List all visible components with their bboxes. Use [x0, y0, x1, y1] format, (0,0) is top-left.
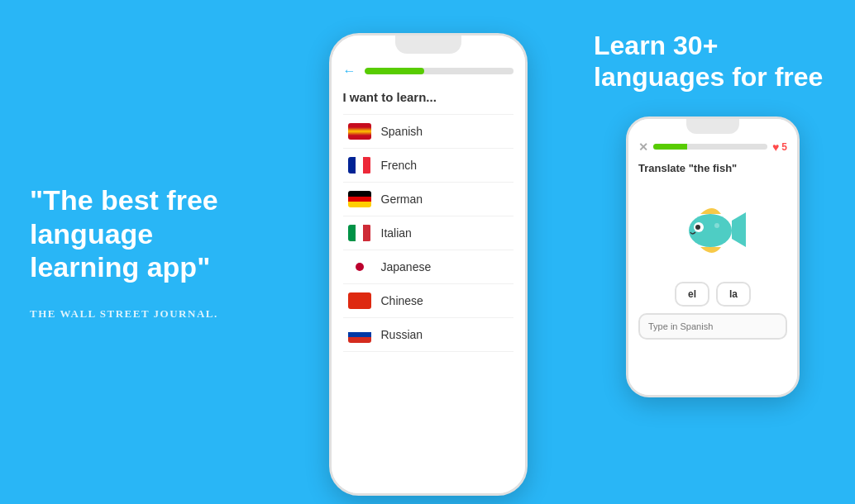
type-spanish-input[interactable] [638, 313, 787, 340]
learn-title: I want to learn... [343, 90, 513, 104]
center-panel: ← I want to learn... Spanish [285, 0, 571, 504]
phone-notch [395, 36, 461, 54]
progress-bar-2-container [653, 144, 767, 150]
phone-screen: ← I want to learn... Spanish [332, 36, 525, 493]
flag-russia-icon [348, 326, 371, 343]
phone-header-2: ✕ ♥ 5 [638, 140, 787, 154]
language-name-italian: Italian [381, 226, 412, 240]
language-name-chinese: Chinese [381, 294, 423, 307]
flag-italy-icon [348, 225, 371, 241]
flag-spain-icon [348, 123, 371, 140]
right-headline: Learn 30+ languages for free [594, 30, 832, 93]
svg-marker-1 [732, 212, 746, 247]
heart-icon: ♥ [772, 140, 779, 154]
word-button-el[interactable]: el [675, 282, 709, 307]
flag-japan-icon [348, 259, 371, 275]
quote-text: "The best free language learning app" [30, 183, 256, 284]
language-list: Spanish French [343, 114, 513, 352]
language-name-german: German [381, 193, 423, 206]
wsj-attribution: THE WALL STREET JOURNAL. [30, 307, 256, 321]
center-phone-mockup: ← I want to learn... Spanish [329, 33, 528, 496]
language-name-french: French [381, 159, 418, 172]
list-item[interactable]: Spanish [343, 114, 513, 149]
list-item[interactable]: Japanese [343, 250, 513, 284]
right-panel: Learn 30+ languages for free ✕ ♥ 5 Trans… [571, 0, 855, 504]
fish-illustration [638, 188, 787, 270]
svg-point-4 [714, 223, 719, 228]
hearts-count: 5 [781, 141, 787, 153]
close-icon[interactable]: ✕ [638, 140, 648, 154]
progress-bar-2-fill [653, 144, 687, 150]
fish-svg [676, 196, 750, 262]
word-buttons-row: el la [638, 282, 787, 307]
svg-point-3 [695, 225, 700, 230]
progress-bar-container [365, 68, 513, 74]
language-name-russian: Russian [381, 328, 423, 341]
hearts-badge: ♥ 5 [772, 140, 787, 154]
list-item[interactable]: French [343, 149, 513, 183]
phone-notch-2 [686, 119, 739, 134]
translate-prompt: Translate "the fish" [638, 162, 787, 174]
list-item[interactable]: German [343, 183, 513, 216]
right-phone-mockup: ✕ ♥ 5 Translate "the fish" [626, 116, 800, 397]
flag-china-icon [348, 292, 371, 309]
word-button-la[interactable]: la [716, 282, 751, 307]
language-name-japanese: Japanese [381, 260, 432, 273]
flag-germany-icon [348, 191, 371, 207]
language-name-spanish: Spanish [381, 125, 423, 138]
phone-screen-2: ✕ ♥ 5 Translate "the fish" [628, 119, 797, 395]
list-item[interactable]: Chinese [343, 284, 513, 318]
progress-bar-fill [365, 68, 424, 74]
left-panel: "The best free language learning app" TH… [0, 0, 285, 504]
flag-france-icon [348, 157, 371, 174]
list-item[interactable]: Italian [343, 216, 513, 250]
phone-header: ← [343, 64, 513, 78]
list-item[interactable]: Russian [343, 318, 513, 352]
back-arrow-icon[interactable]: ← [343, 64, 356, 78]
